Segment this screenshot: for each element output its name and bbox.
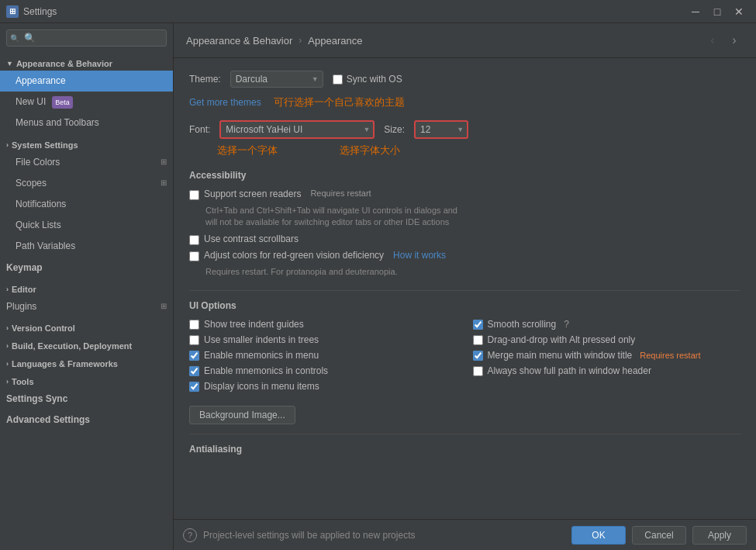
sync-with-os-text: Sync with OS: [347, 74, 402, 85]
bottom-bar: ? Project-level settings will be applied…: [174, 519, 756, 550]
mnemonics-controls-checkbox[interactable]: [189, 366, 199, 376]
sidebar-item-editor[interactable]: › Editor: [0, 278, 173, 296]
sidebar-item-tools[interactable]: › Tools: [0, 371, 173, 389]
themes-link-row: Get more themes 可行选择一个自己喜欢的主题: [189, 95, 740, 109]
nav-back-button[interactable]: ‹: [703, 31, 722, 50]
help-icon[interactable]: ?: [183, 528, 197, 542]
sidebar-item-file-colors[interactable]: File Colors ⊞: [0, 152, 173, 173]
right-panel: Appearance & Behavior › Appearance ‹ › T…: [174, 23, 756, 550]
sidebar-item-label: Appearance & Behavior: [16, 59, 112, 68]
sidebar-item-label: Editor: [12, 285, 36, 294]
breadcrumb-bar: Appearance & Behavior › Appearance ‹ ›: [174, 23, 756, 58]
ui-options-title: UI Options: [189, 300, 740, 311]
title-bar: ⊞ Settings ─ □ ✕: [0, 0, 756, 23]
merge-main-menu-checkbox[interactable]: [473, 351, 483, 361]
help-text: Project-level settings will be applied t…: [203, 530, 415, 541]
sidebar-item-label: Notifications: [16, 197, 66, 212]
theme-select[interactable]: Darcula IntelliJ Light High contrast: [230, 71, 323, 88]
sidebar-item-appearance[interactable]: Appearance: [0, 71, 173, 92]
apply-button[interactable]: Apply: [692, 526, 747, 545]
theme-annotation: 可行选择一个自己喜欢的主题: [274, 95, 405, 109]
ui-options-section: UI Options Show tree indent guides Smoot…: [189, 300, 740, 424]
sidebar-item-settings-sync[interactable]: Settings Sync: [0, 389, 173, 410]
ok-button[interactable]: OK: [571, 526, 626, 545]
sidebar-item-appearance-behavior[interactable]: ▼ Appearance & Behavior: [0, 53, 173, 71]
scopes-icon: ⊞: [161, 177, 167, 189]
sidebar-item-advanced-settings[interactable]: Advanced Settings: [0, 410, 173, 431]
background-image-button[interactable]: Background Image...: [189, 406, 295, 424]
font-select-wrapper: Microsoft YaHei UI Arial Consolas: [219, 120, 375, 139]
file-colors-icon: ⊞: [161, 156, 167, 168]
full-path-header-checkbox[interactable]: [473, 366, 483, 376]
cancel-button[interactable]: Cancel: [632, 526, 686, 545]
sidebar-item-label: New UI: [16, 95, 46, 109]
merge-main-menu-restart: Requires restart: [640, 351, 700, 360]
sidebar-item-path-variables[interactable]: Path Variables: [0, 236, 173, 257]
antialiasing-title: Antialiasing: [189, 444, 740, 455]
minimize-button[interactable]: ─: [685, 1, 706, 22]
smooth-scrolling-item: Smooth scrolling ?: [473, 319, 741, 330]
search-input[interactable]: [6, 29, 167, 47]
sidebar-item-label: File Colors: [16, 155, 60, 170]
sidebar-item-quick-lists[interactable]: Quick Lists: [0, 215, 173, 236]
nav-forward-button[interactable]: ›: [725, 31, 744, 50]
window-title: Settings: [23, 6, 685, 17]
sidebar-item-label: Plugins: [6, 299, 36, 314]
sidebar-item-menus-toolbars[interactable]: Menus and Toolbars: [0, 112, 173, 133]
font-select[interactable]: Microsoft YaHei UI Arial Consolas: [219, 120, 375, 139]
get-more-themes-link[interactable]: Get more themes: [189, 97, 261, 108]
theme-row: Theme: Darcula IntelliJ Light High contr…: [189, 71, 740, 88]
sync-with-os-checkbox[interactable]: [333, 74, 343, 85]
sidebar-item-system-settings[interactable]: › System Settings: [0, 134, 173, 152]
display-icons-label: Display icons in menu items: [204, 381, 319, 392]
sidebar-item-label: Advanced Settings: [6, 413, 90, 427]
accessibility-section: Accessibility Support screen readers Req…: [189, 170, 740, 278]
show-tree-indent-checkbox[interactable]: [189, 320, 199, 330]
font-label: Font:: [189, 124, 210, 135]
sidebar-item-scopes[interactable]: Scopes ⊞: [0, 173, 173, 194]
screen-readers-description: Ctrl+Tab and Ctrl+Shift+Tab will navigat…: [205, 205, 740, 229]
display-icons-checkbox[interactable]: [189, 382, 199, 392]
sidebar-item-label: Settings Sync: [6, 392, 67, 406]
maximize-button[interactable]: □: [706, 1, 728, 22]
drag-drop-checkbox[interactable]: [473, 335, 483, 345]
sidebar-item-label: Scopes: [16, 176, 47, 191]
sync-with-os-label[interactable]: Sync with OS: [333, 74, 402, 85]
sidebar-item-notifications[interactable]: Notifications: [0, 194, 173, 215]
mnemonics-menu-checkbox[interactable]: [189, 351, 199, 361]
bottom-buttons: OK Cancel Apply: [571, 526, 747, 545]
sidebar-item-new-ui[interactable]: New UI Beta: [0, 92, 173, 112]
sidebar-item-languages-frameworks[interactable]: › Languages & Frameworks: [0, 353, 173, 371]
expand-arrow-icon: ›: [6, 342, 9, 350]
color-adjust-checkbox[interactable]: [189, 251, 199, 261]
breadcrumb-parent: Appearance & Behavior: [186, 35, 292, 47]
smooth-scrolling-checkbox[interactable]: [473, 320, 483, 330]
contrast-scrollbars-checkbox[interactable]: [189, 235, 199, 245]
sidebar-item-label: System Settings: [12, 140, 78, 150]
screen-readers-checkbox[interactable]: [189, 190, 199, 200]
expand-arrow-icon: ›: [6, 285, 9, 293]
size-select[interactable]: 12 10 11 13 14: [414, 120, 468, 139]
sidebar-item-version-control[interactable]: › Version Control: [0, 317, 173, 335]
font-annotation-row: 选择一个字体 选择字体大小: [189, 144, 740, 157]
smaller-indents-item: Use smaller indents in trees: [189, 334, 457, 345]
sidebar-item-build-execution[interactable]: › Build, Execution, Deployment: [0, 335, 173, 353]
sidebar-search-area: [0, 23, 173, 53]
expand-arrow-icon: ›: [6, 141, 9, 149]
screen-readers-restart-text: Requires restart: [310, 189, 371, 198]
search-wrapper: [6, 29, 167, 47]
smaller-indents-checkbox[interactable]: [189, 335, 199, 345]
sidebar-item-plugins[interactable]: Plugins ⊞: [0, 296, 173, 317]
sidebar-item-keymap[interactable]: Keymap: [0, 258, 173, 278]
sidebar-item-label: Keymap: [6, 261, 43, 275]
sidebar-item-label: Menus and Toolbars: [16, 116, 99, 130]
mnemonics-menu-label: Enable mnemonics in menu: [204, 350, 319, 361]
contrast-scrollbars-item: Use contrast scrollbars: [189, 233, 740, 245]
how-it-works-link[interactable]: How it works: [393, 250, 446, 261]
font-size-label: Size:: [384, 124, 405, 135]
contrast-scrollbars-label: Use contrast scrollbars: [204, 233, 299, 244]
color-adjust-label: Adjust colors for red-green vision defic…: [204, 250, 384, 261]
font-size-annotation: 选择字体大小: [340, 144, 400, 157]
drag-drop-label: Drag-and-drop with Alt pressed only: [488, 334, 636, 345]
close-button[interactable]: ✕: [728, 1, 750, 22]
